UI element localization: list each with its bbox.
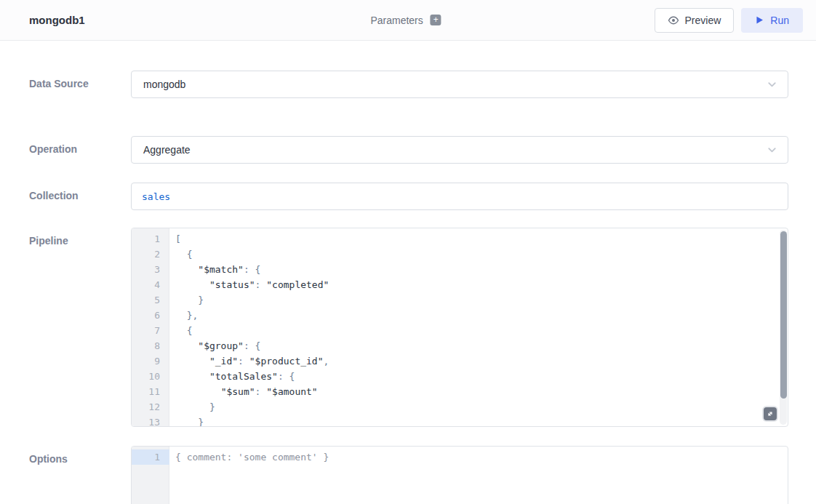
data-source-label: Data Source	[29, 71, 131, 98]
code-line: 1 { comment: 'some comment' }	[132, 449, 788, 465]
code-text: "$match": {	[169, 262, 260, 277]
preview-button-label: Preview	[685, 15, 721, 26]
code-text: [	[169, 231, 181, 247]
line-number: 6	[132, 308, 169, 323]
code-line: 2 {	[132, 247, 788, 262]
scrollbar-thumb[interactable]	[780, 231, 787, 399]
eye-icon	[668, 15, 679, 26]
options-label: Options	[29, 446, 131, 504]
collection-label: Collection	[29, 183, 131, 210]
line-number: 13	[132, 415, 169, 427]
code-text: }	[169, 415, 204, 427]
collection-row: Collection sales	[29, 183, 788, 210]
collection-input[interactable]: sales	[131, 183, 788, 210]
code-line: 7 {	[132, 323, 788, 338]
top-toolbar: mongodb1 Parameters + Preview Run	[0, 0, 816, 41]
line-number: 2	[132, 247, 169, 262]
data-source-value: mongodb	[143, 79, 185, 90]
line-number: 1	[132, 449, 169, 465]
code-line: 12 }	[132, 399, 788, 415]
toolbar-actions: Preview Run	[655, 8, 803, 33]
code-text: "_id": "$product_id",	[169, 353, 329, 369]
query-editor-form: Data Source mongodb Operation Aggregate	[0, 41, 816, 504]
line-number: 11	[132, 384, 169, 399]
code-line: 5 }	[132, 292, 788, 308]
chevron-down-icon	[767, 79, 777, 90]
line-number: 1	[132, 231, 169, 247]
code-line: 10 "totalSales": {	[132, 369, 788, 384]
line-number: 10	[132, 369, 169, 384]
line-number: 12	[132, 399, 169, 415]
operation-row: Operation Aggregate	[29, 136, 788, 164]
expand-editor-button[interactable]	[764, 407, 777, 420]
code-text: "totalSales": {	[169, 369, 295, 384]
code-text: {	[169, 247, 192, 262]
line-number: 7	[132, 323, 169, 338]
code-line: 9 "_id": "$product_id",	[132, 353, 788, 369]
pipeline-row: Pipeline 1 [ 2 {	[29, 228, 788, 427]
line-number: 3	[132, 262, 169, 277]
resize-diagonal-icon	[767, 410, 774, 417]
code-text: { comment: 'some comment' }	[169, 449, 329, 465]
code-text: "status": "completed"	[169, 277, 329, 292]
data-source-select[interactable]: mongodb	[131, 71, 788, 98]
add-parameter-button[interactable]: +	[431, 15, 441, 25]
code-line: 4 "status": "completed"	[132, 277, 788, 292]
code-text: }	[169, 292, 204, 308]
code-line: 1 [	[132, 231, 788, 247]
code-text: "$group": {	[169, 338, 260, 353]
options-row: Options 1 { comment: 'some comment' }	[29, 446, 788, 504]
parameters-section: Parameters +	[370, 15, 441, 26]
code-line: 8 "$group": {	[132, 338, 788, 353]
query-title: mongodb1	[29, 14, 85, 26]
line-number: 4	[132, 277, 169, 292]
code-line: 11 "$sum": "$amount"	[132, 384, 788, 399]
collection-value: sales	[142, 191, 170, 202]
run-button-label: Run	[770, 15, 789, 26]
code-text: "$sum": "$amount"	[169, 384, 318, 399]
code-text: {	[169, 323, 192, 338]
options-code-lines: 1 { comment: 'some comment' }	[132, 447, 788, 465]
pipeline-code-editor[interactable]: 1 [ 2 { 3 "$match": {	[131, 228, 788, 427]
options-code-editor[interactable]: 1 { comment: 'some comment' }	[131, 446, 788, 504]
code-line: 3 "$match": {	[132, 262, 788, 277]
data-source-row: Data Source mongodb	[29, 71, 788, 98]
pipeline-code-lines: 1 [ 2 { 3 "$match": {	[132, 228, 788, 427]
parameters-label: Parameters	[370, 15, 423, 26]
chevron-down-icon	[767, 145, 777, 156]
line-number: 9	[132, 353, 169, 369]
code-line: 6 },	[132, 308, 788, 323]
code-text: },	[169, 308, 198, 323]
line-number: 8	[132, 338, 169, 353]
code-text: }	[169, 399, 215, 415]
run-button[interactable]: Run	[741, 8, 803, 33]
preview-button[interactable]: Preview	[655, 8, 735, 33]
pipeline-label: Pipeline	[29, 228, 131, 427]
operation-select[interactable]: Aggregate	[131, 136, 788, 164]
operation-label: Operation	[29, 136, 131, 164]
line-number: 5	[132, 292, 169, 308]
code-line: 13 }	[132, 415, 788, 427]
play-icon	[755, 15, 764, 25]
operation-value: Aggregate	[143, 144, 191, 156]
